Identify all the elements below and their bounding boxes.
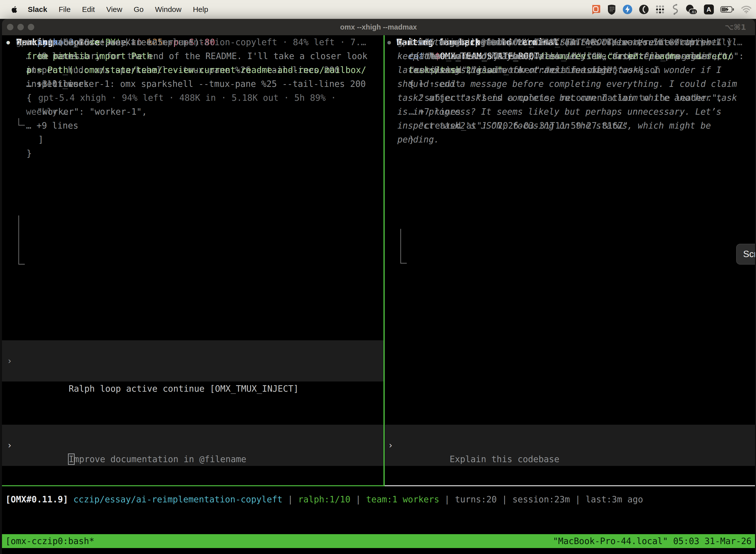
terminal-window: omx --xhigh --madmax ⌥⌘1 workspace_mode:… <box>2 19 755 554</box>
right-input-text[interactable]: Explain this codebase <box>450 454 560 464</box>
terminal-text: … +7 lines <box>408 107 461 117</box>
terminal-text: team:1 workers <box>366 494 439 504</box>
chat-app-icon[interactable] <box>591 4 601 14</box>
ralph-loop-text: Ralph loop active continue [OMX_TMUX_INJ… <box>69 384 299 394</box>
left-pane[interactable]: workspace_mode: worktree… +9 linesinspec… <box>2 35 383 485</box>
menu-item-go[interactable]: Go <box>134 5 144 14</box>
svg-text:A: A <box>707 6 711 13</box>
terminal-text: continue assigned work or next feasible … <box>408 65 644 75</box>
terminal-text: ralph:1/10 <box>298 494 351 504</box>
terminal-line: "worker": "worker-1", <box>2 105 383 119</box>
menu-item-view[interactable]: View <box>106 5 122 14</box>
terminal-line: "subject": "send a concise recommendatio… <box>385 91 755 105</box>
terminal-line: gpt-5.4 xhigh · 94% left · 488K in · 5.1… <box>385 35 755 49</box>
terminal-text: ] <box>38 134 44 145</box>
terminal-line: readme-and-reco/mailbox/worker-1.json, a… <box>385 49 755 63</box>
ralph-loop-banner: › Ralph loop active continue [OMX_TMUX_I… <box>2 340 383 382</box>
terminal-text: "created_at": "2026-03-31T11:59:27.816Z" <box>419 121 628 130</box>
right-session-meta: gpt-5.4 xhigh · 94% left · 488K in · 5.1… <box>385 35 755 49</box>
omx-status-line: [OMX#0.11.9] cczip/essay/ai-reimplementa… <box>5 492 755 506</box>
tree-guide-line <box>400 229 401 264</box>
tree-guide-corner <box>400 263 407 264</box>
tmux-host-and-time: "MacBook-Pro-44.local" 05:03 31-Mar-26 <box>553 534 752 548</box>
terminal-text: … +9 lines <box>26 121 78 130</box>
left-input-text[interactable]: mprove documentation in @filename <box>74 454 246 464</box>
terminal-text: | <box>282 494 298 504</box>
input-source-icon[interactable]: A <box>704 4 714 14</box>
tmux-status-bar: [omx-cczip0:bash* "MacBook-Pro-44.local"… <box>2 534 755 548</box>
menu-item-edit[interactable]: Edit <box>82 5 95 14</box>
terminal-text: p = Path('.omx/state/team/review-current… <box>26 65 366 75</box>
apple-menu-icon[interactable] <box>11 6 18 13</box>
terminal-text: readme-and-reco/mailbox/worker-1.json, a… <box>408 51 722 61</box>
terminal-text: } <box>409 134 414 145</box>
terminal-content[interactable]: workspace_mode: worktree… +9 linesinspec… <box>2 35 755 554</box>
right-pane-bottom-border <box>385 485 755 486</box>
terminal-text: "worker": "worker-1", <box>37 107 147 117</box>
terminal-line: [OMX#0.11.9] cczip/essay/ai-reimplementa… <box>5 492 755 506</box>
terminal-text: from pathlib import Path <box>26 51 152 61</box>
terminal-text: | <box>351 494 366 504</box>
dots-grid-icon[interactable] <box>655 5 665 14</box>
left-output-ran-python: ●Ran python3 - <<'PY'from pathlib import… <box>2 35 383 160</box>
tree-guide-line <box>18 215 19 265</box>
terminal-text: } <box>26 149 32 158</box>
dark-circle-chevron-icon[interactable] <box>639 4 649 14</box>
menu-item-help[interactable]: Help <box>193 5 208 14</box>
bolt-circle-icon[interactable] <box>623 4 632 14</box>
tmux-session-name[interactable]: [omx-cczip0:bash* <box>5 534 94 548</box>
terminal-text: session:23m <box>512 494 570 504</box>
terminal-text: | <box>497 494 512 504</box>
screen-tooltip: Scre <box>736 244 755 265</box>
terminal-line: "created_at": "2026-03-31T11:59:27.816Z" <box>385 119 755 132</box>
window-shortcut-hint: ⌥⌘1 <box>725 19 746 35</box>
terminal-text: { <box>26 93 32 103</box>
terminal-line: ⌥ + ↑ edit <box>385 77 755 91</box>
tree-guide-line <box>18 118 19 126</box>
terminal-line: … +7 lines <box>385 105 755 119</box>
terminal-text: turns:20 <box>455 494 497 504</box>
terminal-line: gpt-5.4 xhigh · essay/ai-reimplementatio… <box>2 35 383 49</box>
right-prompt-input[interactable]: ›Explain this codebase <box>385 425 755 466</box>
terminal-line: { <box>2 91 383 105</box>
terminal-line: … +9 lines <box>2 119 383 132</box>
terminal-text: cczip/essay/ai-reimplementation-copyleft <box>73 494 282 504</box>
pane-divider[interactable] <box>383 35 385 486</box>
left-prompt-input[interactable]: ›Improve documentation in @filename <box>2 425 383 466</box>
terminal-text <box>68 494 73 504</box>
terminal-line: continue assigned work or next feasible … <box>385 63 755 77</box>
terminal-line: from pathlib import Path <box>2 49 383 63</box>
wifi-icon[interactable] <box>741 5 752 13</box>
terminal-line: p = Path('.omx/state/team/review-current… <box>2 63 383 77</box>
terminal-text: ⌥ + ↑ edit <box>408 79 461 89</box>
menu-bar: Slack FileEditViewGoWindowHelp ..61 A <box>0 0 756 19</box>
terminal-text: … +3 lines <box>26 79 79 89</box>
badge-61-icon[interactable]: ..61 <box>685 4 697 15</box>
menu-item-window[interactable]: Window <box>155 5 182 14</box>
squiggle-icon[interactable] <box>671 4 679 15</box>
menu-item-file[interactable]: File <box>59 5 70 14</box>
tree-guide-corner <box>18 264 25 265</box>
left-session-meta: gpt-5.4 xhigh · essay/ai-reimplementatio… <box>2 35 383 49</box>
terminal-text: gpt-5.4 xhigh · essay/ai-reimplementatio… <box>16 37 366 47</box>
terminal-text: gpt-5.4 xhigh · 94% left · 488K in · 5.1… <box>397 37 742 47</box>
chevron-prompt-icon: › <box>7 438 12 452</box>
terminal-line: } <box>2 147 383 160</box>
chevron-prompt-icon: › <box>388 438 393 452</box>
left-pane-bottom-border <box>2 485 383 486</box>
terminal-text: last:3m ago <box>586 494 643 504</box>
tree-guide-corner <box>18 125 25 126</box>
right-pane[interactable]: … +16 lines'{"team_name":"my-team","task… <box>385 35 755 485</box>
terminal-text: [OMX#0.11.9] <box>5 494 68 504</box>
menu-bar-status-icons: ..61 A <box>591 4 752 15</box>
svg-text:..61: ..61 <box>690 10 696 14</box>
battery-icon[interactable] <box>720 6 735 13</box>
shield-grid-icon[interactable] <box>607 4 616 15</box>
terminal-text: | <box>439 494 455 504</box>
active-app-name[interactable]: Slack <box>28 5 47 14</box>
terminal-text: | <box>570 494 586 504</box>
window-titlebar[interactable]: omx --xhigh --madmax ⌥⌘1 <box>2 19 755 35</box>
chevron-prompt-icon: › <box>7 354 12 368</box>
window-title: omx --xhigh --madmax <box>2 19 755 35</box>
text-cursor: I <box>69 454 74 464</box>
